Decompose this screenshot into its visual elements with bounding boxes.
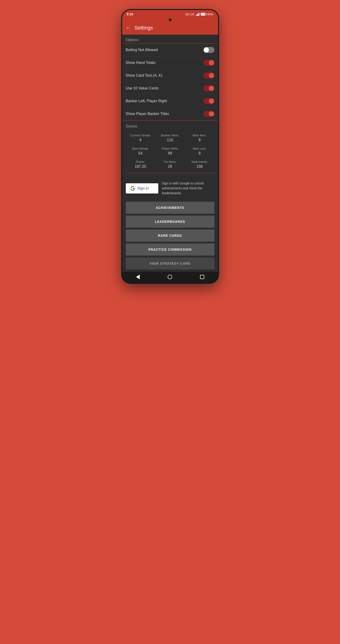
score-value-bets-won: 8 xyxy=(186,138,213,142)
page-title: Settings xyxy=(135,25,153,31)
leaderboards-button[interactable]: LEADERBOARDS xyxy=(126,216,214,228)
score-cell-best-streak: Best Streak: 54 xyxy=(126,144,155,158)
toggle-card-text[interactable] xyxy=(203,72,214,78)
practice-commission-button[interactable]: PRACTICE COMMISSION xyxy=(126,244,214,256)
score-value-bets-lost: 8 xyxy=(186,151,213,156)
option-label-hand-totals: Show Hand Totals xyxy=(126,61,156,65)
toggle-knob-hand-totals xyxy=(209,60,214,65)
option-label-banker-left: Banker Left, Player Right xyxy=(126,99,167,103)
scores-section: Scores Current Streak: 6 Banker Wins: 11… xyxy=(122,120,218,177)
score-label-best-streak: Best Streak: xyxy=(127,147,154,150)
score-label-total-hands: Total Hands: xyxy=(186,160,213,164)
score-label-bets-won: Bets Won: xyxy=(186,134,213,137)
view-strategy-button[interactable]: VIEW STRATEGY CARD xyxy=(126,258,214,270)
toggle-knob-player-titles xyxy=(209,111,214,116)
score-cell-points: Points: 197.25 xyxy=(126,158,155,171)
signin-label: Sign in xyxy=(137,186,149,190)
option-row-hand-totals: Show Hand Totals xyxy=(122,56,218,69)
scores-label: Scores xyxy=(126,123,214,130)
score-value-player-wins: 99 xyxy=(156,151,184,156)
status-bar: 9:16 5G UC 85% xyxy=(122,10,218,18)
scores-bottom-divider xyxy=(126,173,214,173)
nav-back-button[interactable] xyxy=(136,274,140,279)
content-area: Options Betting Not Allowed Show Hand To… xyxy=(122,34,218,272)
battery-icon xyxy=(201,13,206,16)
option-row-card-text: Show Card Text (A, K) xyxy=(122,69,218,82)
signin-area: Sign in Sign in with Google to unlock ac… xyxy=(122,177,218,199)
toggle-knob-card-text xyxy=(209,73,214,78)
score-cell-total-hands: Total Hands: 238 xyxy=(185,158,214,171)
score-label-points: Points: xyxy=(127,160,154,164)
google-g-icon xyxy=(130,186,135,191)
status-time: 9:16 xyxy=(127,12,133,16)
option-label-ten-value: Use 10 Value Cards xyxy=(126,86,159,90)
notch-area xyxy=(122,18,218,22)
network-label: 5G UC xyxy=(185,12,195,16)
option-row-banker-left: Banker Left, Player Right xyxy=(122,95,218,108)
score-value-best-streak: 54 xyxy=(127,151,154,156)
score-value-banker-wins: 110 xyxy=(156,138,184,142)
option-label-betting: Betting Not Allowed xyxy=(126,48,158,52)
score-cell-current-streak: Current Streak: 6 xyxy=(126,131,155,144)
score-cell-banker-wins: Banker Wins: 110 xyxy=(155,131,185,144)
status-right: 5G UC 85% xyxy=(185,12,214,16)
option-row-player-titles: Show Player Banker Titles xyxy=(122,108,218,120)
toggle-betting[interactable] xyxy=(203,47,214,53)
signin-description: Sign in with Google to unlock achievemen… xyxy=(162,181,214,196)
toggle-banker-left[interactable] xyxy=(203,98,214,104)
score-cell-bets-lost: Bets Lost: 8 xyxy=(185,144,214,158)
score-label-current-streak: Current Streak: xyxy=(127,134,154,137)
score-label-player-wins: Player Wins: xyxy=(156,147,184,150)
battery-fill xyxy=(201,13,205,15)
score-value-points: 197.25 xyxy=(127,164,154,169)
score-label-bets-lost: Bets Lost: xyxy=(186,147,213,150)
toggle-player-titles[interactable] xyxy=(203,111,214,117)
scores-grid: Current Streak: 6 Banker Wins: 110 Bets … xyxy=(126,131,214,171)
toggle-knob-banker-left xyxy=(209,98,214,104)
nav-recents-button[interactable] xyxy=(200,275,204,279)
option-row-betting: Betting Not Allowed xyxy=(122,44,218,56)
signal-icon xyxy=(196,12,199,16)
score-label-tie-wins: Tie Wins: xyxy=(156,160,184,164)
action-buttons: ACHIEVEMENTS LEADERBOARDS RARE CARDS PRA… xyxy=(122,199,218,272)
toggle-knob-ten-value xyxy=(209,86,214,91)
nav-home-button[interactable] xyxy=(168,274,172,279)
score-value-total-hands: 238 xyxy=(186,164,213,169)
score-cell-tie-wins: Tie Wins: 29 xyxy=(155,158,185,171)
google-signin-button[interactable]: Sign in xyxy=(126,183,158,194)
bottom-nav xyxy=(122,272,218,283)
toggle-ten-value[interactable] xyxy=(203,85,214,91)
option-label-card-text: Show Card Text (A, K) xyxy=(126,74,162,78)
battery-label: 85% xyxy=(207,12,213,16)
options-label: Options xyxy=(122,34,218,44)
rare-cards-button[interactable]: RARE CARDS xyxy=(126,230,214,242)
toggle-knob-betting xyxy=(204,48,209,52)
score-value-current-streak: 6 xyxy=(127,138,154,142)
options-section: Options Betting Not Allowed Show Hand To… xyxy=(122,34,218,120)
score-label-banker-wins: Banker Wins: xyxy=(156,134,184,137)
score-value-tie-wins: 29 xyxy=(156,164,184,169)
option-label-player-titles: Show Player Banker Titles xyxy=(126,112,169,116)
phone-frame: 9:16 5G UC 85% ← Settings Options xyxy=(121,9,219,284)
camera xyxy=(169,18,172,21)
achievements-button[interactable]: ACHIEVEMENTS xyxy=(126,202,214,214)
toggle-hand-totals[interactable] xyxy=(203,60,214,66)
score-cell-bets-won: Bets Won: 8 xyxy=(185,131,214,144)
app-header: ← Settings xyxy=(122,22,218,34)
back-button[interactable]: ← xyxy=(126,25,131,31)
score-cell-player-wins: Player Wins: 99 xyxy=(155,144,185,158)
option-row-ten-value: Use 10 Value Cards xyxy=(122,82,218,95)
